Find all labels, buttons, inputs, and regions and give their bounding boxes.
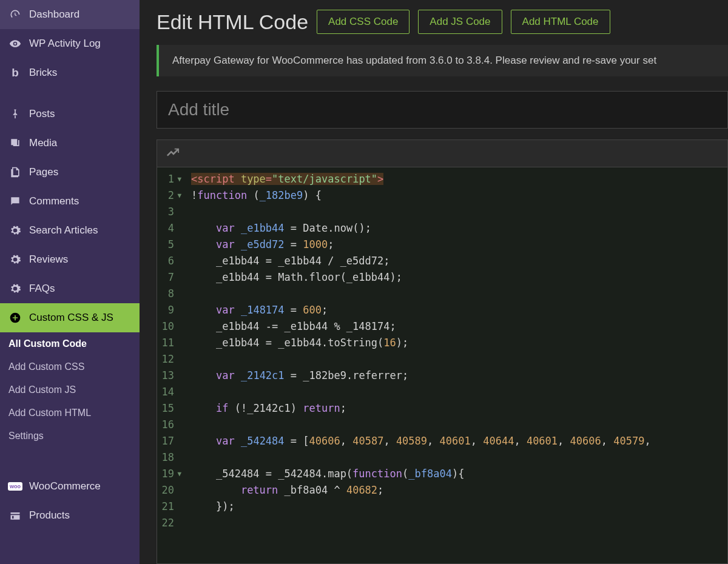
line-number: 3 [161,204,181,220]
line-number: 10 [161,318,181,335]
code-line[interactable] [191,286,727,302]
code-line[interactable]: var _e1bb44 = Date.now(); [191,220,727,237]
comment-icon [8,195,22,208]
code-line[interactable]: }); [191,499,727,515]
sidebar-item-label: Dashboard [29,8,79,21]
code-line[interactable]: !function (_182be9) { [191,187,727,204]
sidebar-item-products[interactable]: Products [0,501,140,530]
code-line[interactable]: var _e5dd72 = 1000; [191,237,727,253]
page-title: Edit HTML Code [157,10,308,34]
sidebar-item-label: FAQs [29,283,55,295]
sidebar-item-search-articles[interactable]: Search Articles [0,216,140,245]
add-html-code-button[interactable]: Add HTML Code [511,10,610,34]
code-line[interactable] [191,204,727,220]
title-input[interactable] [157,91,728,129]
sidebar-item-label: Products [29,509,70,522]
heading-row: Edit HTML Code Add CSS Code Add JS Code … [157,10,728,34]
editor-toolbar [157,139,728,167]
line-number: 11 [161,335,181,351]
sidebar-item-woocommerce[interactable]: wooWooCommerce [0,472,140,501]
add-css-code-button[interactable]: Add CSS Code [317,10,410,34]
sidebar-item-label: Custom CSS & JS [29,312,113,324]
line-number: 19▼ [161,466,181,482]
sidebar-item-comments[interactable]: Comments [0,187,140,216]
line-number: 1▼ [161,171,181,187]
gear-icon [8,282,22,295]
sidebar-item-label: WP Activity Log [29,38,101,50]
line-number: 4 [161,220,181,237]
sidebar-item-label: Media [29,137,57,149]
products-icon [8,509,22,522]
b-icon: b [8,66,22,79]
code-editor[interactable]: 1▼2▼3 4 5 6 7 8 9 10 11 12 13 14 15 16 1… [157,167,728,564]
code-line[interactable]: _542484 = _542484.map(function(_bf8a04){ [191,466,727,482]
sidebar-item-pages[interactable]: Pages [0,158,140,187]
add-js-code-button[interactable]: Add JS Code [418,10,502,34]
line-number: 9 [161,302,181,318]
update-notice: Afterpay Gateway for WooCommerce has upd… [157,45,728,76]
gauge-icon [8,8,22,21]
line-number: 12 [161,351,181,368]
sidebar-item-label: Pages [29,166,58,178]
code-line[interactable]: _e1bb44 = Math.floor(_e1bb44); [191,269,727,286]
code-line[interactable]: _e1bb44 = _e1bb44 / _e5dd72; [191,253,727,269]
line-number: 15 [161,400,181,417]
line-gutter: 1▼2▼3 4 5 6 7 8 9 10 11 12 13 14 15 16 1… [157,167,187,563]
code-line[interactable]: _e1bb44 = _e1bb44.toString(16); [191,335,727,351]
code-line[interactable]: var _148174 = 600; [191,302,727,318]
sidebar-item-label: Comments [29,195,79,207]
eye-icon [8,37,22,50]
code-line[interactable]: if (!_2142c1) return; [191,400,727,417]
line-number: 17 [161,433,181,449]
notice-text: Afterpay Gateway for WooCommerce has upd… [172,55,656,66]
sidebar-subitem-add-custom-html[interactable]: Add Custom HTML [0,401,140,425]
code-line[interactable] [191,384,727,400]
code-line[interactable]: return _bf8a04 ^ 40682; [191,482,727,499]
woo-icon: woo [8,480,22,493]
plus-circle-icon [8,311,22,324]
admin-sidebar: DashboardWP Activity LogbBricksPostsMedi… [0,0,140,564]
sidebar-item-custom-css-js[interactable]: Custom CSS & JS [0,303,140,332]
code-line[interactable] [191,515,727,531]
sidebar-item-label: Reviews [29,253,68,266]
line-number: 21 [161,499,181,515]
code-line[interactable]: var _542484 = [40606, 40587, 40589, 4060… [191,433,727,449]
sidebar-item-label: WooCommerce [29,480,101,492]
sidebar-subitem-add-custom-js[interactable]: Add Custom JS [0,378,140,401]
sidebar-item-media[interactable]: Media [0,129,140,158]
pin-icon [8,107,22,121]
sidebar-item-posts[interactable]: Posts [0,99,140,129]
code-line[interactable]: var _2142c1 = _182be9.referrer; [191,368,727,384]
sidebar-item-label: Bricks [29,67,57,79]
sidebar-item-reviews[interactable]: Reviews [0,245,140,274]
line-number: 14 [161,384,181,400]
sidebar-item-bricks[interactable]: bBricks [0,58,140,87]
line-number: 8 [161,286,181,302]
media-icon [8,136,22,150]
gear-icon [8,253,22,266]
line-number: 20 [161,482,181,499]
sidebar-item-label: Posts [29,108,55,120]
sidebar-subitem-add-custom-css[interactable]: Add Custom CSS [0,355,140,378]
line-number: 7 [161,269,181,286]
code-body[interactable]: <script type="text/javascript">!function… [187,167,727,563]
sidebar-item-dashboard[interactable]: Dashboard [0,0,140,29]
line-number: 18 [161,449,181,466]
line-number: 5 [161,237,181,253]
sidebar-subitem-all-custom-code[interactable]: All Custom Code [0,332,140,355]
line-number: 22 [161,515,181,531]
code-line[interactable]: <script type="text/javascript"> [191,171,727,187]
sidebar-subitem-settings[interactable]: Settings [0,425,140,448]
code-line[interactable] [191,351,727,368]
line-number: 16 [161,417,181,433]
gear-icon [8,224,22,237]
code-line[interactable] [191,417,727,433]
line-number: 13 [161,368,181,384]
beautify-icon[interactable] [164,145,181,162]
code-line[interactable]: _e1bb44 -= _e1bb44 % _148174; [191,318,727,335]
pages-icon [8,166,22,179]
code-line[interactable] [191,449,727,466]
sidebar-item-wp-activity-log[interactable]: WP Activity Log [0,29,140,58]
line-number: 6 [161,253,181,269]
sidebar-item-faqs[interactable]: FAQs [0,274,140,303]
